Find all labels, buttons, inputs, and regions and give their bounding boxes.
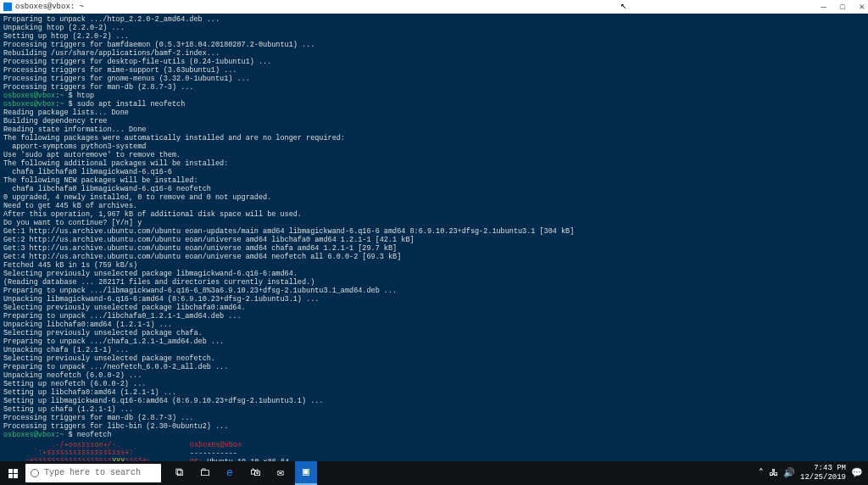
terminal-output-line: Processing triggers for desktop-file-uti… <box>3 58 865 66</box>
minimize-button[interactable]: — <box>821 3 826 11</box>
terminal-output-line: Fetched 445 kB in 1s (759 kB/s) <box>3 261 865 270</box>
terminal-output-line: Preparing to unpack .../neofetch_6.0.0-2… <box>3 363 865 371</box>
prompt-line: osboxes@vbox:~ $ htop <box>3 92 865 100</box>
terminal-output-line: After this operation, 1,967 kB of additi… <box>3 210 865 219</box>
volume-icon[interactable]: 🔊 <box>783 469 795 477</box>
explorer-icon[interactable]: 🗀 <box>193 461 215 485</box>
terminal-output-line: Selecting previously unselected package … <box>3 304 865 312</box>
taskbar-search[interactable]: Type here to search <box>25 464 161 482</box>
terminal-output-line: Processing triggers for bamfdaemon (0.5.… <box>3 41 865 49</box>
terminal-output-line: Preparing to unpack .../libmagickwand-6.… <box>3 287 865 295</box>
terminal-output-line: Get:2 http://us.archive.ubuntu.com/ubunt… <box>3 236 865 244</box>
terminal-output-line: Get:4 http://us.archive.ubuntu.com/ubunt… <box>3 253 865 261</box>
terminal-output-line: Setting up htop (2.2.0-2) ... <box>3 32 865 41</box>
terminal-output-line: Unpacking htop (2.2.0-2) ... <box>3 24 865 32</box>
terminal-output-line: Use 'sudo apt autoremove' to remove them… <box>3 151 865 159</box>
terminal-output-line: Unpacking chafa (1.2.1-1) ... <box>3 346 865 354</box>
terminal-output-line: Reading state information... Done <box>3 125 865 134</box>
terminal-output-line: Processing triggers for man-db (2.8.7-3)… <box>3 414 865 422</box>
task-view-icon[interactable]: ⧉ <box>168 461 190 485</box>
terminal-app-icon <box>3 3 12 11</box>
window-titlebar: osboxes@vbox: ~ — ☐ ✕ <box>0 0 868 14</box>
store-icon[interactable]: 🛍 <box>244 461 266 485</box>
prompt-line: osboxes@vbox:~ $ sudo apt install neofet… <box>3 100 865 109</box>
system-tray: ˄ 🖧 🔊 7:43 PM 12/25/2019 💬 <box>759 464 868 482</box>
neofetch-output: .-/+oossssoo+/-. `:+ssssssssssssssssss+:… <box>3 441 865 461</box>
terminal-output-line: Preparing to unpack .../libchafa0_1.2.1-… <box>3 312 865 321</box>
terminal-output-line: Setting up neofetch (6.0.0-2) ... <box>3 380 865 388</box>
window-title: osboxes@vbox: ~ <box>15 3 84 11</box>
terminal-output-line: Setting up libmagickwand-6.q16-6:amd64 (… <box>3 397 865 405</box>
terminal-output-line: Processing triggers for gnome-menus (3.3… <box>3 75 865 83</box>
terminal-output-line: 0 upgraded, 4 newly installed, 0 to remo… <box>3 193 865 202</box>
taskbar: Type here to search ⧉ 🗀 e 🛍 ✉ ▣ ˄ 🖧 🔊 7:… <box>0 461 868 485</box>
terminal-output-line: chafa libchafa0 libmagickwand-6.q16-6 <box>3 168 865 176</box>
start-button[interactable] <box>0 461 25 485</box>
terminal-output-line: Preparing to unpack .../chafa_1.2.1-1_am… <box>3 337 865 346</box>
terminal-output-line: Need to get 445 kB of archives. <box>3 202 865 210</box>
tray-chevron-up-icon[interactable]: ˄ <box>759 469 764 477</box>
terminal-output-line: The following NEW packages will be insta… <box>3 176 865 185</box>
terminal-output-line: Selecting previously unselected package … <box>3 354 865 363</box>
window-controls: — ☐ ✕ <box>821 3 865 11</box>
terminal-output-line: Get:3 http://us.archive.ubuntu.com/ubunt… <box>3 244 865 253</box>
terminal-output-line: Rebuilding /usr/share/applications/bamf-… <box>3 49 865 58</box>
terminal-output-line: The following packages were automaticall… <box>3 134 865 142</box>
terminal-viewport[interactable]: Preparing to unpack .../htop_2.2.0-2_amd… <box>0 14 868 461</box>
terminal-output-line: apport-symptoms python3-systemd <box>3 142 865 151</box>
terminal-output-line: Unpacking libchafa0:amd64 (1.2.1-1) ... <box>3 321 865 329</box>
terminal-output-line: Setting up libchafa0:amd64 (1.2.1-1) ... <box>3 388 865 397</box>
terminal-output-line: Selecting previously unselected package … <box>3 270 865 278</box>
terminal-output-line: Selecting previously unselected package … <box>3 329 865 337</box>
terminal-output-line: Processing triggers for mime-support (3.… <box>3 66 865 75</box>
terminal-output-line: Preparing to unpack .../htop_2.2.0-2_amd… <box>3 15 865 24</box>
windows-icon <box>8 469 18 478</box>
terminal-output-line: Unpacking neofetch (6.0.0-2) ... <box>3 371 865 380</box>
close-button[interactable]: ✕ <box>859 3 865 11</box>
neofetch-header: osboxes@vbox <box>190 441 242 449</box>
terminal-output-line: Setting up chafa (1.2.1-1) ... <box>3 405 865 414</box>
maximize-button[interactable]: ☐ <box>840 3 846 11</box>
terminal-output-line: Unpacking libmagickwand-6.q16-6:amd64 (8… <box>3 295 865 304</box>
terminal-output-line: chafa libchafa0 libmagickwand-6.q16-6 ne… <box>3 185 865 193</box>
terminal-output-line: Get:1 http://us.archive.ubuntu.com/ubunt… <box>3 227 865 236</box>
terminal-output-line: Processing triggers for man-db (2.8.7-3)… <box>3 83 865 92</box>
neofetch-separator: ----------- <box>190 449 350 458</box>
terminal-output-line: Do you want to continue? [Y/n] y <box>3 219 865 227</box>
neofetch-info: osboxes@vbox ----------- OS: Ubuntu 19.1… <box>190 441 350 461</box>
terminal-taskbar-icon[interactable]: ▣ <box>295 461 317 485</box>
prompt-line: osboxes@vbox:~ $ neofetch <box>3 431 865 439</box>
terminal-output-line: (Reading database ... 282171 files and d… <box>3 278 865 287</box>
ubuntu-ascii-logo: .-/+oossssoo+/-. `:+ssssssssssssssssss+:… <box>3 441 181 461</box>
search-icon <box>31 469 39 477</box>
search-placeholder: Type here to search <box>44 469 141 477</box>
terminal-output-line: The following additional packages will b… <box>3 159 865 168</box>
notifications-icon[interactable]: 💬 <box>851 469 863 477</box>
mail-icon[interactable]: ✉ <box>270 461 292 485</box>
taskbar-apps: ⧉ 🗀 e 🛍 ✉ ▣ <box>168 461 317 485</box>
taskbar-clock[interactable]: 7:43 PM 12/25/2019 <box>800 464 846 482</box>
network-icon[interactable]: 🖧 <box>769 469 778 477</box>
edge-icon[interactable]: e <box>219 461 241 485</box>
terminal-output-line: Building dependency tree <box>3 117 865 125</box>
terminal-output-line: Processing triggers for libc-bin (2.30-0… <box>3 422 865 431</box>
terminal-output-line: Reading package lists... Done <box>3 109 865 117</box>
